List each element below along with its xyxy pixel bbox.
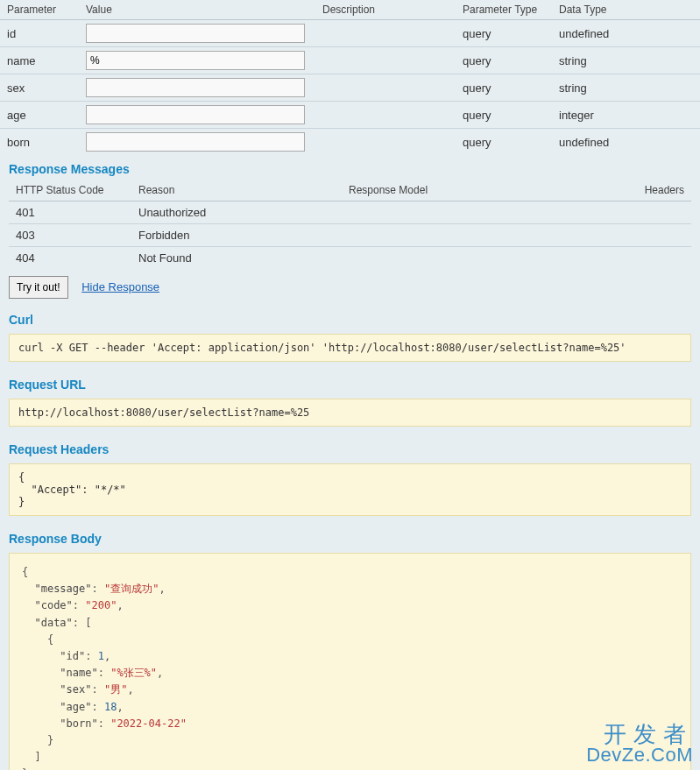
- table-row: idqueryundefined: [0, 20, 700, 47]
- param-desc: [315, 74, 456, 102]
- table-row: agequeryinteger: [0, 102, 700, 129]
- resp-header-headers: Headers: [621, 180, 691, 201]
- param-desc: [315, 20, 456, 47]
- param-name: sex: [0, 74, 79, 102]
- request-url-box: http://localhost:8080/user/selectList?na…: [9, 399, 691, 427]
- param-name: born: [0, 129, 79, 156]
- params-header-value: Value: [79, 0, 315, 20]
- table-row: 401Unauthorized: [9, 201, 691, 224]
- param-value-cell: [79, 102, 315, 129]
- response-messages-table: HTTP Status Code Reason Response Model H…: [9, 180, 691, 269]
- curl-box: curl -X GET --header 'Accept: applicatio…: [9, 334, 691, 362]
- param-dtype: integer: [552, 102, 700, 129]
- param-name: name: [0, 47, 79, 74]
- resp-model: [342, 224, 621, 247]
- param-type: query: [456, 102, 552, 129]
- param-value-cell: [79, 129, 315, 156]
- table-row: sexquerystring: [0, 74, 700, 102]
- resp-reason: Not Found: [131, 247, 342, 270]
- param-type: query: [456, 20, 552, 47]
- try-it-out-button[interactable]: Try it out!: [9, 276, 68, 299]
- param-dtype: undefined: [552, 129, 700, 156]
- parameters-table: Parameter Value Description Parameter Ty…: [0, 0, 700, 155]
- param-value-cell: [79, 20, 315, 47]
- response-body-title: Response Body: [0, 525, 700, 549]
- param-name: age: [0, 102, 79, 129]
- table-row: 404Not Found: [9, 247, 691, 270]
- response-body-box: { "message": "查询成功", "code": "200", "dat…: [9, 553, 691, 770]
- param-value-cell: [79, 47, 315, 74]
- resp-code: 403: [9, 224, 131, 247]
- request-headers-box: { "Accept": "*/*" }: [9, 463, 691, 516]
- resp-header-model: Response Model: [342, 180, 621, 201]
- param-sex-input[interactable]: [86, 78, 305, 97]
- param-dtype: undefined: [552, 20, 700, 47]
- resp-reason: Unauthorized: [131, 201, 342, 224]
- params-header-parameter: Parameter: [0, 0, 79, 20]
- table-row: namequerystring: [0, 47, 700, 74]
- param-desc: [315, 102, 456, 129]
- resp-model: [342, 247, 621, 270]
- param-name-input[interactable]: [86, 51, 305, 70]
- param-desc: [315, 47, 456, 74]
- params-header-description: Description: [315, 0, 456, 20]
- param-age-input[interactable]: [86, 105, 305, 124]
- param-type: query: [456, 129, 552, 156]
- table-row: bornqueryundefined: [0, 129, 700, 156]
- param-id-input[interactable]: [86, 24, 305, 43]
- resp-reason: Forbidden: [131, 224, 342, 247]
- param-type: query: [456, 74, 552, 102]
- response-messages-title: Response Messages: [0, 155, 700, 180]
- request-url-title: Request URL: [0, 371, 700, 395]
- resp-header-reason: Reason: [131, 180, 342, 201]
- request-headers-title: Request Headers: [0, 435, 700, 460]
- param-dtype: string: [552, 47, 700, 74]
- curl-title: Curl: [0, 306, 700, 330]
- param-name: id: [0, 20, 79, 47]
- param-dtype: string: [552, 74, 700, 102]
- resp-code: 404: [9, 247, 131, 270]
- param-value-cell: [79, 74, 315, 102]
- param-born-input[interactable]: [86, 132, 305, 152]
- params-header-paramtype: Parameter Type: [456, 0, 552, 20]
- resp-headers: [621, 224, 691, 247]
- action-row: Try it out! Hide Response: [0, 269, 700, 306]
- resp-model: [342, 201, 621, 224]
- hide-response-link[interactable]: Hide Response: [81, 280, 159, 293]
- table-row: 403Forbidden: [9, 224, 691, 247]
- params-header-datatype: Data Type: [552, 0, 700, 20]
- param-desc: [315, 129, 456, 156]
- resp-headers: [621, 201, 691, 224]
- param-type: query: [456, 47, 552, 74]
- resp-code: 401: [9, 201, 131, 224]
- resp-headers: [621, 247, 691, 270]
- resp-header-code: HTTP Status Code: [9, 180, 131, 201]
